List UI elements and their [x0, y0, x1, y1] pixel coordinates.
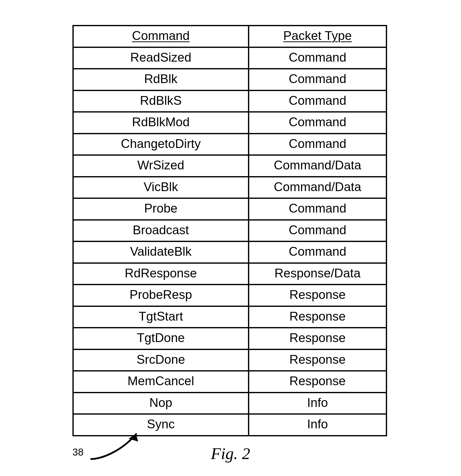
- table-row: ProbeResp Response: [73, 285, 387, 306]
- table-row: ValidateBlk Command: [73, 241, 387, 263]
- command-table-container: Command Packet Type ReadSized Command Rd…: [72, 25, 387, 436]
- cell-packet-type: Command/Data: [248, 177, 386, 198]
- table-header-row: Command Packet Type: [73, 26, 387, 47]
- table-row: Probe Command: [73, 198, 387, 220]
- cell-command: RdBlkS: [73, 90, 249, 112]
- cell-packet-type: Command: [248, 198, 386, 220]
- cell-command: VicBlk: [73, 177, 249, 198]
- header-packet-type-label: Packet Type: [283, 29, 352, 43]
- cell-command: ChangetoDirty: [73, 133, 249, 155]
- cell-command: RdBlkMod: [73, 112, 249, 134]
- cell-command: ProbeResp: [73, 285, 249, 306]
- cell-packet-type: Response: [248, 306, 386, 328]
- cell-command: Broadcast: [73, 220, 249, 241]
- table-row: TgtDone Response: [73, 328, 387, 350]
- table-row: MemCancel Response: [73, 371, 387, 393]
- cell-command: SrcDone: [73, 349, 249, 371]
- table-row: Broadcast Command: [73, 220, 387, 241]
- page: Command Packet Type ReadSized Command Rd…: [0, 0, 461, 476]
- cell-packet-type: Response/Data: [248, 263, 386, 285]
- cell-packet-type: Command: [248, 241, 386, 263]
- table-row: ChangetoDirty Command: [73, 133, 387, 155]
- table-row: ReadSized Command: [73, 47, 387, 69]
- table-row: SrcDone Response: [73, 349, 387, 371]
- table-row: WrSized Command/Data: [73, 155, 387, 177]
- cell-command: WrSized: [73, 155, 249, 177]
- table-row: VicBlk Command/Data: [73, 177, 387, 198]
- cell-command: RdResponse: [73, 263, 249, 285]
- cell-packet-type: Response: [248, 285, 386, 306]
- cell-command: Probe: [73, 198, 249, 220]
- cell-packet-type: Info: [248, 414, 386, 436]
- cell-command: ValidateBlk: [73, 241, 249, 263]
- cell-packet-type: Info: [248, 392, 386, 414]
- cell-packet-type: Command: [248, 47, 386, 69]
- cell-command: TgtDone: [73, 328, 249, 350]
- cell-packet-type: Response: [248, 371, 386, 393]
- table-row: RdResponse Response/Data: [73, 263, 387, 285]
- cell-packet-type: Response: [248, 328, 386, 350]
- command-table: Command Packet Type ReadSized Command Rd…: [72, 25, 387, 436]
- cell-command: ReadSized: [73, 47, 249, 69]
- header-packet-type: Packet Type: [248, 26, 386, 47]
- cell-packet-type: Command: [248, 133, 386, 155]
- table-row: RdBlkMod Command: [73, 112, 387, 134]
- cell-packet-type: Response: [248, 349, 386, 371]
- header-command-label: Command: [132, 29, 190, 43]
- cell-packet-type: Command: [248, 69, 386, 91]
- cell-command: TgtStart: [73, 306, 249, 328]
- figure-caption: Fig. 2: [0, 444, 461, 463]
- cell-packet-type: Command: [248, 90, 386, 112]
- cell-packet-type: Command: [248, 112, 386, 134]
- table-row: RdBlk Command: [73, 69, 387, 91]
- cell-command: RdBlk: [73, 69, 249, 91]
- table-row: TgtStart Response: [73, 306, 387, 328]
- header-command: Command: [73, 26, 249, 47]
- table-row: RdBlkS Command: [73, 90, 387, 112]
- cell-command: MemCancel: [73, 371, 249, 393]
- cell-packet-type: Command: [248, 220, 386, 241]
- cell-command: Nop: [73, 392, 249, 414]
- table-row: Nop Info: [73, 392, 387, 414]
- cell-packet-type: Command/Data: [248, 155, 386, 177]
